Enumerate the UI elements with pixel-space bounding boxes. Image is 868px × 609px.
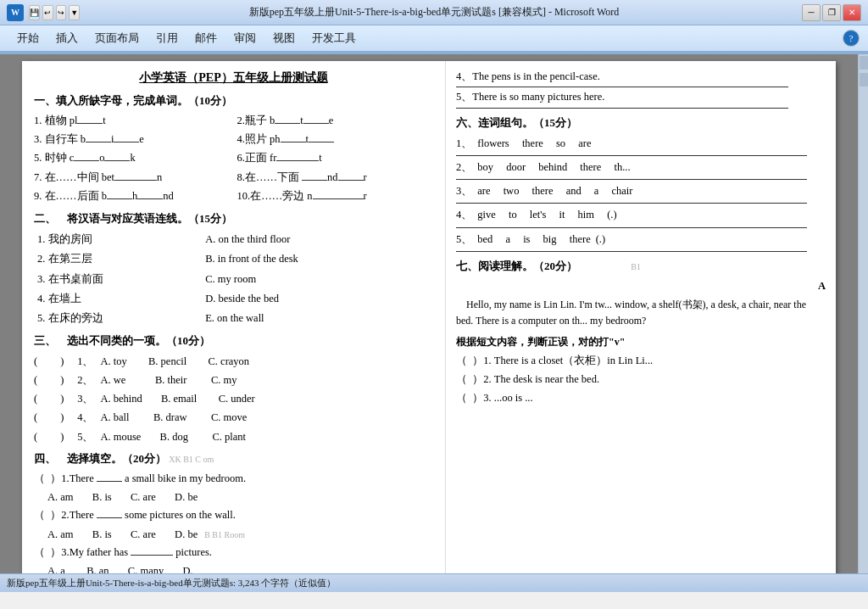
passage-text: Hello, my name is Lin Lin. I'm tw... win…	[456, 297, 826, 329]
menu-review[interactable]: 审阅	[225, 27, 264, 49]
s6-item-5: 5、bed a is big there(.)	[456, 231, 826, 249]
r-s5-item-4: 4、The pens is in the pencil-case.	[456, 68, 826, 86]
s4-item-1-opts: A. am B. is C. are D. be	[47, 489, 433, 506]
menu-ref[interactable]: 引用	[147, 27, 186, 49]
s1-item-8: 8.在……下面 ndr	[237, 169, 434, 187]
save-quick-btn[interactable]: 💾	[29, 5, 40, 20]
section1-header: 一、填入所缺字母，完成单词。（10分）	[34, 92, 433, 110]
s2-right-A: A. on the third floor	[202, 230, 433, 249]
s6-item-2: 2、boy door behind there th...	[456, 159, 826, 176]
s3-item-5: ( )5、A. mouse B. dog C. plant	[34, 428, 433, 446]
redo-btn[interactable]: ↪	[56, 5, 67, 20]
document-page: 小学英语（PEP）五年级上册测试题 一、填入所缺字母，完成单词。（10分） 1.…	[22, 61, 836, 573]
section6-header: 六、连词组句。（15分）	[456, 114, 826, 132]
s2-left-3: 3. 在书桌前面	[34, 270, 202, 289]
s2-right-E: E. on the wall	[202, 309, 433, 328]
section3-header: 三、 选出不同类的一项。（10分）	[34, 332, 433, 350]
s2-right-C: C. my room	[202, 270, 433, 289]
s1-item-9: 9. 在……后面 bhnd	[34, 187, 231, 205]
s4-item-3: （ ）3.My father has pictures.	[34, 544, 433, 562]
section2-header: 二、 将汉语与对应英语连线。（15分）	[34, 210, 433, 228]
section7-header: 七、阅读理解。（20分） B1	[456, 257, 826, 276]
menu-bar: 开始 插入 页面布局 引用 邮件 审阅 视图 开发工具 ?	[0, 25, 868, 51]
menu-dev[interactable]: 开发工具	[303, 27, 364, 49]
status-text: 新版pep五年级上册Unit-5-There-is-a-big-bed单元测试题…	[7, 577, 336, 589]
s3-item-2: ( )2、A. we B. their C. my	[34, 372, 433, 389]
section1-grid: 1. 植物 plt 2.瓶子 bte 3. 自行车 bie 4.照片 pht 5…	[34, 112, 433, 206]
s6-item-1: 1、flowers there so are	[456, 135, 826, 153]
undo-btn[interactable]: ↩	[42, 5, 53, 20]
s2-left-2: 2. 在第三层	[34, 249, 202, 269]
window-controls: ─ ❐ ✕	[802, 4, 861, 21]
s7-q3: （ ）3. ...oo is ...	[456, 389, 826, 407]
s6-item-3: 3、are two there and a chair	[456, 182, 826, 200]
scroll-icon-2[interactable]	[860, 73, 868, 87]
scroll-icon-1[interactable]	[860, 56, 868, 70]
s7-q1: （ ）1. There is a closet（衣柜）in Lin Li...	[456, 352, 826, 370]
main-area: 小学英语（PEP）五年级上册测试题 一、填入所缺字母，完成单词。（10分） 1.…	[0, 54, 868, 573]
dropdown-btn[interactable]: ▼	[69, 5, 80, 20]
document-title: 小学英语（PEP）五年级上册测试题	[34, 68, 433, 88]
minimize-btn[interactable]: ─	[802, 4, 821, 21]
s3-item-3: ( )3、A. behind B. email C. under	[34, 390, 433, 408]
s1-item-2: 2.瓶子 bte	[237, 112, 434, 130]
section7-questions: （ ）1. There is a closet（衣柜）in Lin Li... …	[456, 352, 826, 408]
status-bar: 新版pep五年级上册Unit-5-There-is-a-big-bed单元测试题…	[0, 573, 868, 592]
s4-item-1: （ ）1.There a small bike in my bedroom.	[34, 470, 433, 488]
close-btn[interactable]: ✕	[843, 4, 861, 21]
section7-questions-header: 根据短文内容，判断正误，对的打"v"	[456, 333, 826, 350]
section3-items: ( )1、 A. toy B. pencil C. crayon ( )2、A.…	[34, 353, 433, 446]
s2-right-D: D. beside the bed	[202, 289, 433, 309]
right-column: 4、The pens is in the pencil-case. 5、Ther…	[446, 61, 836, 573]
ribbon: 开始 插入 页面布局 引用 邮件 审阅 视图 开发工具 ?	[0, 25, 868, 54]
menu-layout[interactable]: 页面布局	[86, 27, 147, 49]
s7-q2: （ ）2. The desk is near the bed.	[456, 371, 826, 388]
s4-item-2-opts: A. am B. is C. are D. be B B1 Room	[47, 526, 433, 544]
s1-item-7: 7. 在……中间 betn	[34, 169, 231, 187]
left-column: 小学英语（PEP）五年级上册测试题 一、填入所缺字母，完成单词。（10分） 1.…	[22, 61, 446, 573]
r-s5-item-5: 5、There is so many pictures here.	[456, 88, 826, 106]
title-bar: W 💾 ↩ ↪ ▼ 新版pep五年级上册Unit-5-There-is-a-bi…	[0, 0, 868, 25]
s1-item-4: 4.照片 pht	[237, 131, 434, 148]
section4-header: 四、 选择填空。（20分） XK B1 C om	[34, 450, 433, 468]
s2-left-5: 5. 在床的旁边	[34, 309, 202, 328]
section2-table: 1. 我的房间 A. on the third floor 2. 在第三层 B.…	[34, 230, 433, 328]
menu-start[interactable]: 开始	[8, 27, 47, 49]
app-icon: W	[7, 4, 24, 21]
menu-view[interactable]: 视图	[264, 27, 303, 49]
menu-insert[interactable]: 插入	[47, 27, 86, 49]
section6-items: 1、flowers there so are 2、boy door behind…	[456, 135, 826, 252]
s1-item-1: 1. 植物 plt	[34, 112, 231, 130]
document-container: 小学英语（PEP）五年级上册测试题 一、填入所缺字母，完成单词。（10分） 1.…	[0, 54, 858, 573]
s3-item-1: ( )1、 A. toy B. pencil C. crayon	[34, 353, 433, 371]
s4-item-2: （ ）2.There some pictures on the wall.	[34, 506, 433, 524]
s2-left-4: 4. 在墙上	[34, 289, 202, 309]
s4-item-3-opts: A. a B. an C. many D.	[47, 562, 433, 573]
right-side-panel	[858, 54, 868, 573]
right-section5-items: 4、The pens is in the pencil-case. 5、Ther…	[456, 68, 826, 109]
s2-left-1: 1. 我的房间	[34, 230, 202, 249]
s1-item-10: 10.在……旁边 nr	[237, 187, 434, 205]
s1-item-3: 3. 自行车 bie	[34, 131, 231, 148]
s2-right-B: B. in front of the desk	[202, 249, 433, 269]
passage-label-A: A	[456, 277, 826, 295]
menu-mail[interactable]: 邮件	[186, 27, 225, 49]
help-btn[interactable]: ?	[843, 30, 860, 47]
s1-item-5: 5. 时钟 cok	[34, 149, 231, 167]
s1-item-6: 6.正面 frt	[237, 149, 434, 167]
section4-items: （ ）1.There a small bike in my bedroom. A…	[34, 470, 433, 573]
s6-item-4: 4、give to let's it him (.)	[456, 206, 826, 224]
s3-item-4: ( )4、A. ball B. draw C. move	[34, 409, 433, 427]
restore-btn[interactable]: ❐	[822, 4, 841, 21]
window-title: 新版pep五年级上册Unit-5-There-is-a-big-bed单元测试题…	[249, 5, 620, 20]
